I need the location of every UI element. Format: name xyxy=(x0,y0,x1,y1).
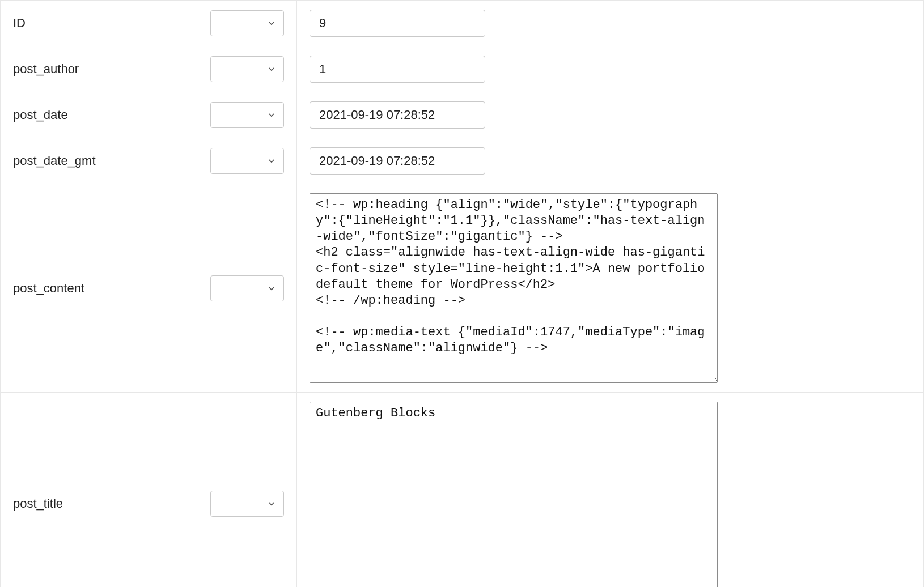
field-label-post-date-gmt: post_date_gmt xyxy=(1,138,173,184)
chevron-down-icon xyxy=(266,110,277,120)
row-id: ID xyxy=(1,1,923,46)
function-select-post-author[interactable] xyxy=(210,56,284,82)
function-cell-post-title xyxy=(173,393,297,587)
chevron-down-icon xyxy=(266,64,277,74)
value-cell-post-content xyxy=(297,184,923,392)
function-select-post-date[interactable] xyxy=(210,102,284,128)
function-select-post-title[interactable] xyxy=(210,491,284,517)
field-editor-table: ID post_author post_date xyxy=(0,0,924,587)
row-post-date: post_date xyxy=(1,92,923,138)
value-cell-post-date-gmt xyxy=(297,138,923,184)
function-cell-post-author xyxy=(173,46,297,92)
chevron-down-icon xyxy=(266,156,277,166)
value-cell-post-date xyxy=(297,92,923,138)
chevron-down-icon xyxy=(266,283,277,294)
chevron-down-icon xyxy=(266,18,277,28)
value-input-post-author[interactable] xyxy=(310,56,485,83)
function-cell-post-date xyxy=(173,92,297,138)
value-input-post-date[interactable] xyxy=(310,101,485,129)
row-post-title: post_title xyxy=(1,393,923,587)
value-input-post-date-gmt[interactable] xyxy=(310,147,485,175)
chevron-down-icon xyxy=(266,499,277,509)
row-post-date-gmt: post_date_gmt xyxy=(1,138,923,184)
field-label-post-author: post_author xyxy=(1,46,173,92)
field-label-post-date: post_date xyxy=(1,92,173,138)
row-post-author: post_author xyxy=(1,46,923,92)
value-cell-id xyxy=(297,1,923,46)
field-label-id: ID xyxy=(1,1,173,46)
field-label-post-title: post_title xyxy=(1,393,173,587)
function-cell-post-content xyxy=(173,184,297,392)
value-cell-post-author xyxy=(297,46,923,92)
value-textarea-post-content[interactable] xyxy=(310,193,718,383)
field-label-post-content: post_content xyxy=(1,184,173,392)
value-cell-post-title xyxy=(297,393,923,587)
value-textarea-post-title[interactable] xyxy=(310,402,718,587)
row-post-content: post_content xyxy=(1,184,923,393)
value-input-id[interactable] xyxy=(310,10,485,37)
function-select-id[interactable] xyxy=(210,10,284,36)
function-select-post-content[interactable] xyxy=(210,275,284,301)
function-cell-id xyxy=(173,1,297,46)
function-cell-post-date-gmt xyxy=(173,138,297,184)
function-select-post-date-gmt[interactable] xyxy=(210,148,284,174)
